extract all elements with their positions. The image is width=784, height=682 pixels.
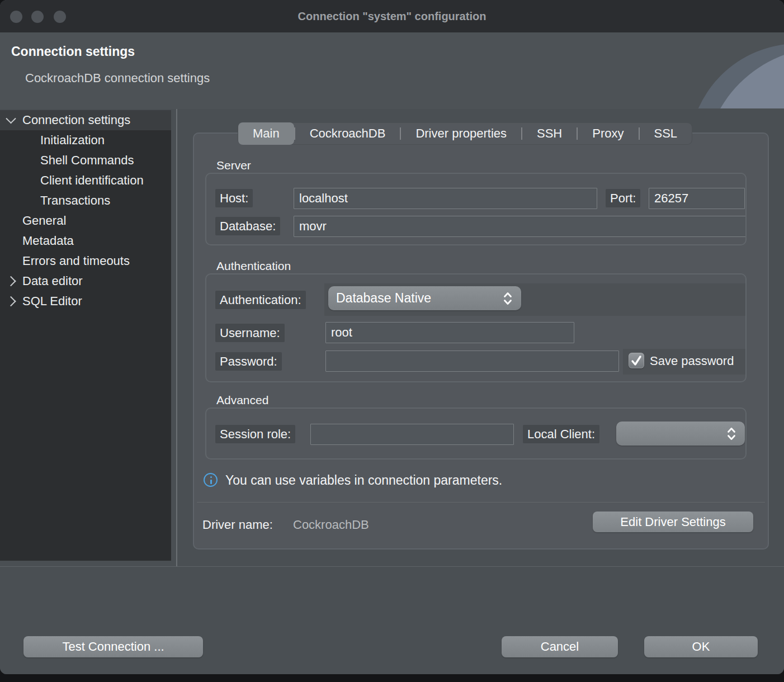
sidebar-item-label: Errors and timeouts <box>22 254 130 268</box>
session-role-label: Session role: <box>215 425 295 443</box>
authentication-select-value: Database Native <box>336 291 502 306</box>
sidebar-item-shell-commands[interactable]: Shell Commands <box>0 150 171 170</box>
variables-hint: You can use variables in connection para… <box>225 472 502 488</box>
authentication-groupbox: Authentication: Database Native Username… <box>205 273 747 382</box>
driver-name-label: Driver name: <box>202 517 273 533</box>
sidebar-item-data-editor[interactable]: Data editor <box>0 271 171 291</box>
sidebar-item-label: Metadata <box>22 234 74 248</box>
test-connection-button[interactable]: Test Connection ... <box>23 636 203 657</box>
chevron-down-icon[interactable] <box>6 113 16 124</box>
close-button[interactable] <box>10 11 22 23</box>
local-client-label: Local Client: <box>523 425 599 443</box>
page-title: Connection settings <box>11 44 135 59</box>
authentication-group-title: Authentication <box>216 259 291 273</box>
sidebar-item-client-identification[interactable]: Client identification <box>0 170 171 191</box>
tab-ssl[interactable]: SSL <box>640 122 692 145</box>
ok-button[interactable]: OK <box>644 636 758 657</box>
sidebar-item-connection-settings[interactable]: Connection settings <box>0 110 171 130</box>
sidebar-item-label: Shell Commands <box>40 153 134 168</box>
sidebar-item-label: Data editor <box>22 274 83 288</box>
password-label: Password: <box>215 352 282 371</box>
cancel-button[interactable]: Cancel <box>502 636 618 657</box>
authentication-select[interactable]: Database Native <box>328 286 521 310</box>
sidebar-item-transactions[interactable]: Transactions <box>0 191 171 211</box>
port-input[interactable] <box>649 188 745 209</box>
panel-divider <box>197 502 765 503</box>
driver-name-value: CockroachDB <box>293 517 369 533</box>
host-input[interactable] <box>294 188 597 209</box>
database-label: Database: <box>215 217 280 235</box>
tab-main[interactable]: Main <box>238 122 294 145</box>
dialog-body: Connection settingsInitializationShell C… <box>0 109 784 566</box>
screen: Connection "system" configuration Connec… <box>0 0 784 682</box>
updown-chevrons-icon <box>726 426 737 442</box>
dialog-footer: Test Connection ... Cancel OK <box>0 566 784 674</box>
authentication-label: Authentication: <box>215 291 306 309</box>
sidebar-item-label: Initialization <box>40 133 105 148</box>
edit-driver-settings-button[interactable]: Edit Driver Settings <box>593 512 753 532</box>
host-label: Host: <box>215 189 253 207</box>
dialog-header: Connection settings CockroachDB connecti… <box>0 32 784 110</box>
sidebar-item-label: Client identification <box>40 173 144 188</box>
port-label: Port: <box>606 189 640 207</box>
username-label: Username: <box>215 324 285 342</box>
updown-chevrons-icon <box>502 291 513 306</box>
info-icon <box>204 473 218 487</box>
zoom-button[interactable] <box>54 11 66 23</box>
main-tab-panel: Server Host: Port: Database: Authenticat… <box>193 132 769 550</box>
sidebar-item-label: Transactions <box>40 193 110 208</box>
sidebar-item-label: SQL Editor <box>22 294 82 309</box>
chevron-right-icon[interactable] <box>6 276 16 286</box>
tab-ssh[interactable]: SSH <box>522 122 577 145</box>
sidebar-item-errors-and-timeouts[interactable]: Errors and timeouts <box>0 251 171 271</box>
sidebar-item-general[interactable]: General <box>0 211 171 231</box>
sidebar-divider <box>176 109 177 566</box>
page-subtitle: CockroachDB connection settings <box>25 71 210 86</box>
save-password-label: Save password <box>650 353 747 369</box>
sidebar-item-label: General <box>22 214 66 228</box>
connection-configuration-dialog: Connection "system" configuration Connec… <box>0 0 784 674</box>
tab-driver-properties[interactable]: Driver properties <box>401 122 521 145</box>
username-input[interactable] <box>325 322 574 343</box>
tab-cockroachdb[interactable]: CockroachDB <box>295 122 400 145</box>
sidebar-item-metadata[interactable]: Metadata <box>0 231 171 251</box>
window-title: Connection "system" configuration <box>0 0 784 32</box>
sidebar-item-label: Connection settings <box>22 113 130 127</box>
tab-proxy[interactable]: Proxy <box>578 122 638 145</box>
database-input[interactable] <box>294 216 746 237</box>
password-input[interactable] <box>325 351 619 372</box>
local-client-select[interactable] <box>616 421 745 446</box>
sidebar-item-initialization[interactable]: Initialization <box>0 130 171 150</box>
decorative-arcs <box>639 32 784 108</box>
advanced-group-title: Advanced <box>216 394 268 407</box>
sidebar-tree: Connection settingsInitializationShell C… <box>0 110 171 561</box>
titlebar[interactable]: Connection "system" configuration <box>0 0 784 32</box>
session-role-input[interactable] <box>310 424 514 445</box>
minimize-button[interactable] <box>31 11 44 23</box>
tab-strip: MainCockroachDBDriver propertiesSSHProxy… <box>238 122 692 145</box>
chevron-right-icon[interactable] <box>6 296 16 306</box>
sidebar-item-sql-editor[interactable]: SQL Editor <box>0 291 171 311</box>
advanced-groupbox: Session role: Local Client: <box>205 408 747 460</box>
checkmark-icon <box>629 353 644 368</box>
server-group-title: Server <box>216 159 251 172</box>
server-groupbox: Host: Port: Database: <box>205 173 747 245</box>
save-password-checkbox[interactable] <box>629 353 644 368</box>
